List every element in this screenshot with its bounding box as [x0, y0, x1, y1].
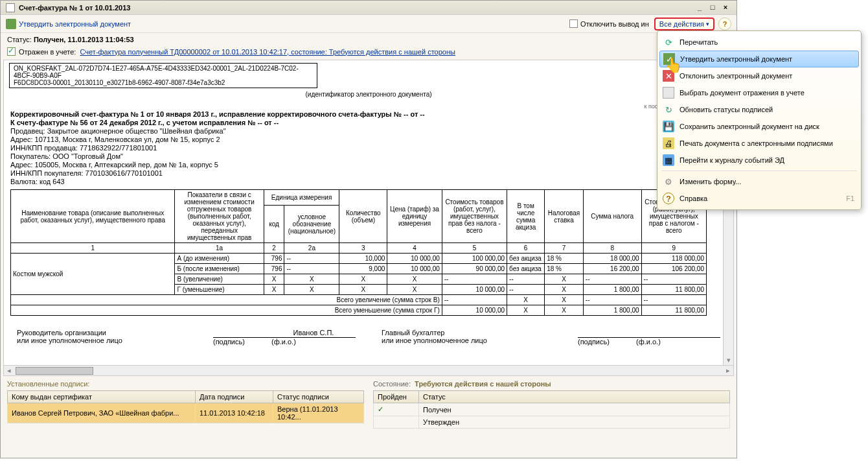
refresh-icon: ↻: [663, 104, 674, 115]
identifier-block: ON_KORSFAKT_2AL-072D7D74-1E27-465A-A75E-…: [9, 63, 317, 88]
menu-choose-doc[interactable]: Выбрать документ отражения в учете: [657, 84, 861, 101]
table-row: Получен: [374, 403, 730, 416]
menu-help[interactable]: ?СправкаF1: [657, 190, 861, 207]
chevron-down-icon: ▾: [706, 21, 709, 27]
status-row: Статус: Получен, 11.01.2013 11:04:53: [1, 33, 737, 46]
gear-icon: ⚙: [663, 176, 674, 187]
signatures-title: Установленные подписи:: [7, 380, 364, 388]
reject-icon: ✕: [663, 70, 674, 82]
approve-link-label: Утвердить электронный документ: [19, 20, 131, 28]
close-button[interactable]: ×: [720, 2, 731, 14]
check-icon: [7, 47, 16, 56]
menu-reject[interactable]: ✕Отклонить электронный документ: [657, 67, 861, 84]
menu-save[interactable]: 💾Сохранить электронный документ на диск: [657, 118, 861, 135]
state-title: Состояние: Требуются действия с нашей ст…: [373, 380, 730, 388]
doc-title1: Корректировочный счет-фактура № 1 от 10 …: [10, 110, 727, 118]
journal-icon: ▦: [663, 154, 674, 166]
checkbox-icon: [569, 19, 578, 28]
all-actions-button[interactable]: Все действия▾: [654, 18, 714, 30]
menu-approve[interactable]: ✓Утвердить электронный документ: [659, 51, 859, 67]
all-actions-menu: ⟳Перечитать ✓Утвердить электронный докум…: [657, 30, 862, 210]
reflect-link[interactable]: Счет-фактура полученный ТД00000002 от 10…: [80, 48, 455, 56]
help-icon: ?: [663, 193, 674, 204]
minimize-button[interactable]: _: [694, 2, 705, 14]
signatures-table[interactable]: Кому выдан сертификат Дата подписи Стату…: [7, 390, 364, 423]
titlebar: Счет-фактура № 1 от 10.01.2013 _ □ ×: [1, 1, 737, 15]
identifier-caption: (идентификатор электронного документа): [4, 91, 733, 98]
maximize-button[interactable]: □: [707, 2, 718, 14]
menu-reread[interactable]: ⟳Перечитать: [657, 34, 861, 51]
state-table[interactable]: ПройденСтатус Получен Утвержден: [373, 390, 730, 429]
reread-icon: ⟳: [663, 36, 674, 48]
disable-info[interactable]: Отключить вывод ин: [569, 19, 649, 28]
approve-icon: ✓: [663, 53, 675, 65]
window-title: Счет-фактура № 1 от 10.01.2013: [19, 4, 130, 12]
doc-icon: [6, 3, 15, 12]
disk-icon: 💾: [663, 121, 674, 132]
approve-icon: [6, 19, 16, 29]
scrollbar-horizontal[interactable]: ◂▸: [4, 365, 733, 375]
help-button[interactable]: ?: [718, 18, 731, 30]
status-value: Получен, 11.01.2013 11:04:53: [34, 36, 134, 43]
table-row: Костюм мужской А (до изменения) 796-- 10…: [11, 254, 707, 264]
print-icon: 🖨: [663, 137, 674, 149]
menu-journal[interactable]: ▦Перейти к журналу событий ЭД: [657, 152, 861, 169]
toolbar: Утвердить электронный документ Отключить…: [1, 15, 737, 33]
table-row: Иванов Сергей Петрович, ЗАО «Швейная фаб…: [8, 403, 364, 423]
table-row: Утвержден: [374, 416, 730, 429]
doc-title2: К счету-фактуре № 56 от 24 декабря 2012 …: [10, 119, 727, 126]
invoice-table: Наименование товара (описание выполненны…: [10, 189, 707, 316]
menu-print[interactable]: 🖨Печать документа с электронными подпися…: [657, 135, 861, 152]
menu-change-form[interactable]: ⚙Изменить форму...: [657, 173, 861, 190]
reflect-row: Отражен в учете: Счет-фактура полученный…: [1, 46, 737, 60]
doc-icon: [663, 87, 674, 99]
approve-link[interactable]: Утвердить электронный документ: [6, 19, 131, 29]
menu-refresh[interactable]: ↻Обновить статусы подписей: [657, 101, 861, 118]
document-area: ON_KORSFAKT_2AL-072D7D74-1E27-465A-A75E-…: [3, 60, 734, 376]
